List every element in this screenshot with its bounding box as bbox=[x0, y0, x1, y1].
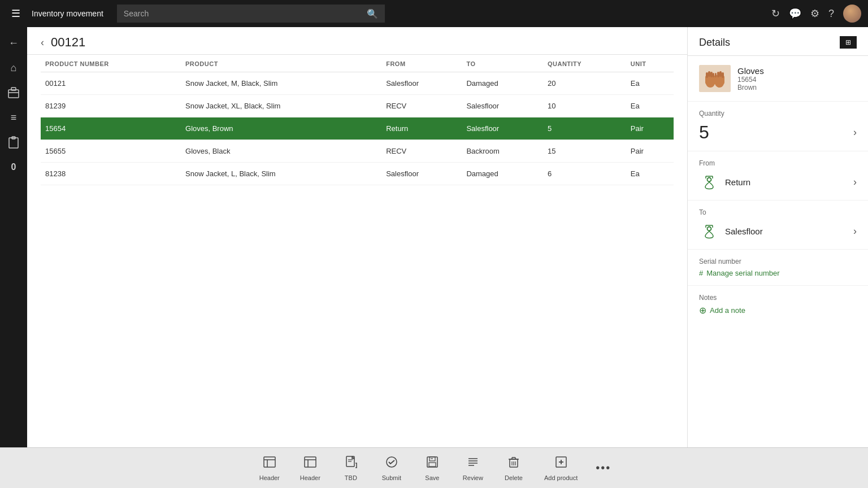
sidebar-item-back[interactable]: ← bbox=[2, 32, 25, 54]
from-section: From Return › bbox=[688, 151, 868, 201]
hamburger-menu-icon[interactable]: ☰ bbox=[7, 7, 25, 20]
table-cell-from: RECV bbox=[381, 95, 462, 117]
toolbar-save-button[interactable]: Save bbox=[412, 448, 453, 488]
toolbar-tbd-button[interactable]: TBD bbox=[331, 448, 371, 488]
product-meta: Gloves 15654 Brown bbox=[737, 66, 764, 91]
table-cell-product: Gloves, Brown bbox=[181, 117, 381, 140]
table-row[interactable]: 15654Gloves, BrownReturnSalesfloor5Pair bbox=[41, 117, 674, 140]
sidebar: ← ⌂ ≡ 0 bbox=[0, 27, 27, 447]
table-cell-id: 81238 bbox=[41, 163, 181, 185]
inventory-table-area: PRODUCT NUMBER PRODUCT FROM TO QUANTITY … bbox=[27, 55, 687, 447]
svg-rect-8 bbox=[708, 71, 710, 77]
toolbar-header1-button[interactable]: Header bbox=[249, 448, 290, 488]
header2-icon bbox=[303, 455, 317, 472]
table-cell-product: Gloves, Black bbox=[181, 140, 381, 163]
toolbar-more-button[interactable]: ••• bbox=[588, 448, 619, 488]
add-note-row[interactable]: ⊕ Add a note bbox=[699, 305, 857, 316]
quantity-row: 5 › bbox=[699, 122, 857, 143]
from-chevron-button[interactable]: › bbox=[853, 176, 857, 188]
to-location-row: Salesfloor bbox=[699, 221, 763, 241]
to-chevron-button[interactable]: › bbox=[853, 225, 857, 237]
clipboard-icon bbox=[8, 136, 19, 149]
topbar-actions: ↻ 💬 ⚙ ? bbox=[771, 5, 861, 23]
calculator-icon: ⊞ bbox=[845, 38, 851, 46]
toolbar-delete-button[interactable]: Delete bbox=[493, 448, 534, 488]
gloves-image bbox=[702, 68, 727, 89]
quantity-section: Quantity 5 › bbox=[688, 102, 868, 151]
toolbar-review-button[interactable]: Review bbox=[453, 448, 493, 488]
svg-rect-7 bbox=[706, 72, 708, 78]
table-row[interactable]: 81238Snow Jacket, L, Black, SlimSalesflo… bbox=[41, 163, 674, 185]
table-cell-to: Damaged bbox=[462, 72, 543, 95]
more-icon: ••• bbox=[596, 461, 611, 474]
table-cell-product: Snow Jacket, L, Black, Slim bbox=[181, 163, 381, 185]
settings-icon[interactable]: ⚙ bbox=[810, 7, 819, 20]
to-location-name: Salesfloor bbox=[725, 226, 763, 236]
page-title: 00121 bbox=[51, 35, 85, 50]
table-cell-unit: Ea bbox=[626, 72, 674, 95]
page-header: ‹ 00121 bbox=[27, 27, 687, 55]
table-cell-unit: Ea bbox=[626, 95, 674, 117]
sidebar-item-inventory[interactable] bbox=[2, 81, 25, 104]
table-row[interactable]: 81239Snow Jacket, XL, Black, SlimRECVSal… bbox=[41, 95, 674, 117]
svg-rect-0 bbox=[8, 90, 19, 98]
add-product-label: Add product bbox=[544, 474, 578, 481]
delete-label: Delete bbox=[505, 474, 523, 481]
top-navigation-bar: ☰ Inventory movement 🔍 ↻ 💬 ⚙ ? bbox=[0, 0, 868, 27]
search-input[interactable] bbox=[124, 9, 364, 18]
details-title: Details bbox=[699, 37, 730, 49]
to-location-icon bbox=[699, 221, 719, 241]
search-bar[interactable]: 🔍 bbox=[117, 5, 385, 23]
quantity-chevron-button[interactable]: › bbox=[853, 127, 857, 138]
product-info-section: Gloves 15654 Brown bbox=[688, 56, 868, 102]
svg-rect-15 bbox=[719, 71, 722, 77]
product-sku: 15654 bbox=[737, 76, 764, 84]
sidebar-item-clipboard[interactable] bbox=[2, 131, 25, 154]
help-icon[interactable]: ? bbox=[828, 8, 834, 20]
quantity-value: 5 bbox=[699, 122, 709, 143]
content-area: ‹ 00121 PRODUCT NUMBER PRODUCT FROM TO Q… bbox=[27, 27, 687, 447]
add-note-link[interactable]: Add a note bbox=[710, 306, 745, 315]
table-cell-from: Salesfloor bbox=[381, 72, 462, 95]
back-button[interactable]: ‹ bbox=[41, 37, 44, 49]
col-header-product-number: PRODUCT NUMBER bbox=[41, 55, 181, 72]
review-icon bbox=[466, 455, 480, 472]
header2-label: Header bbox=[300, 474, 320, 481]
manage-serial-link[interactable]: Manage serial number bbox=[706, 269, 779, 277]
table-cell-unit: Ea bbox=[626, 163, 674, 185]
to-row: Salesfloor › bbox=[699, 221, 857, 241]
toolbar-submit-button[interactable]: Submit bbox=[371, 448, 412, 488]
svg-rect-25 bbox=[264, 457, 275, 467]
svg-rect-28 bbox=[305, 457, 316, 467]
svg-rect-37 bbox=[429, 463, 436, 467]
notification-icon[interactable]: 💬 bbox=[789, 7, 801, 20]
sidebar-item-home[interactable]: ⌂ bbox=[2, 56, 25, 79]
serial-number-link-row[interactable]: # Manage serial number bbox=[699, 269, 857, 277]
toolbar-header2-button[interactable]: Header bbox=[290, 448, 331, 488]
notes-label: Notes bbox=[699, 294, 857, 302]
table-cell-quantity: 15 bbox=[543, 140, 626, 163]
from-label: From bbox=[699, 159, 857, 167]
delete-icon bbox=[507, 455, 520, 472]
svg-rect-14 bbox=[717, 72, 719, 77]
app-title: Inventory movement bbox=[32, 9, 103, 18]
add-product-icon bbox=[554, 455, 568, 472]
toolbar-add-product-button[interactable]: Add product bbox=[534, 448, 588, 488]
user-avatar[interactable] bbox=[843, 5, 861, 23]
col-header-unit: UNIT bbox=[626, 55, 674, 72]
sidebar-item-zero[interactable]: 0 bbox=[2, 156, 25, 178]
table-row[interactable]: 15655Gloves, BlackRECVBackroom15Pair bbox=[41, 140, 674, 163]
quantity-label: Quantity bbox=[699, 110, 857, 117]
product-thumbnail bbox=[699, 65, 731, 92]
refresh-icon[interactable]: ↻ bbox=[771, 7, 780, 20]
product-color: Brown bbox=[737, 84, 764, 91]
table-cell-quantity: 20 bbox=[543, 72, 626, 95]
sidebar-item-menu[interactable]: ≡ bbox=[2, 106, 25, 129]
table-cell-from: RECV bbox=[381, 140, 462, 163]
details-action-button[interactable]: ⊞ bbox=[840, 36, 857, 49]
notes-section: Notes ⊕ Add a note bbox=[688, 286, 868, 324]
serial-number-section: Serial number # Manage serial number bbox=[688, 250, 868, 286]
svg-point-17 bbox=[708, 178, 711, 182]
table-row[interactable]: 00121Snow Jacket, M, Black, SlimSalesflo… bbox=[41, 72, 674, 95]
product-name: Gloves bbox=[737, 66, 764, 76]
